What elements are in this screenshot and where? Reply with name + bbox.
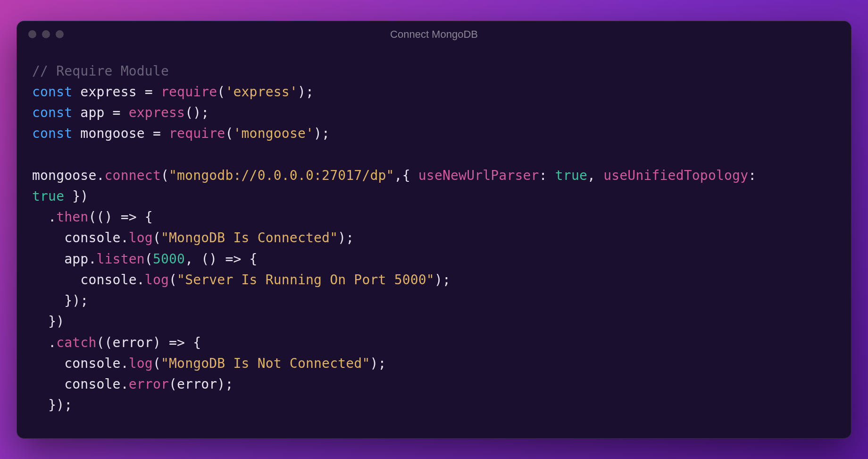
code-punct: .: [48, 335, 56, 350]
code-punct: .: [121, 376, 129, 392]
code-punct: , (): [185, 251, 217, 267]
code-punct: .: [137, 272, 145, 288]
code-punct: {: [145, 209, 153, 225]
code-function: listen: [96, 251, 144, 267]
code-punct: (: [161, 168, 169, 183]
code-function: error: [129, 376, 169, 392]
maximize-icon[interactable]: [56, 30, 64, 38]
window-titlebar: Connect MongoDB: [17, 21, 851, 48]
code-punct: =: [145, 126, 169, 141]
code-identifier: console: [64, 230, 120, 246]
close-icon[interactable]: [28, 30, 36, 38]
code-punct: (: [145, 251, 153, 267]
code-punct: .: [96, 168, 104, 183]
code-punct: );: [338, 230, 354, 246]
code-function: require: [169, 126, 225, 141]
code-keyword: const: [32, 126, 72, 141]
code-punct: ((: [96, 335, 112, 350]
code-punct: (: [225, 126, 233, 141]
code-identifier: mongoose: [32, 168, 96, 183]
code-punct: }): [48, 314, 64, 329]
code-identifier: console: [64, 356, 120, 371]
code-punct: ,{: [394, 168, 418, 183]
code-identifier: error: [177, 376, 217, 392]
code-property: useUnifiedTopology: [603, 168, 748, 183]
code-string: "mongodb://0.0.0.0:27017/dp": [169, 168, 394, 183]
code-function: log: [129, 356, 153, 371]
code-function: catch: [56, 335, 96, 350]
code-identifier: app: [64, 251, 88, 267]
code-identifier: express: [80, 84, 136, 100]
code-punct: :: [748, 168, 764, 183]
code-string: "MongoDB Is Connected": [161, 230, 338, 246]
code-function: express: [129, 105, 185, 120]
code-punct: (: [153, 356, 161, 371]
code-punct: {: [250, 251, 258, 267]
code-editor[interactable]: // Require Module const express = requir…: [17, 48, 851, 438]
code-punct: .: [48, 209, 56, 225]
code-punct: ,: [587, 168, 603, 183]
code-punct: =: [105, 105, 129, 120]
code-property: useNewUrlParser: [418, 168, 539, 183]
code-identifier: console: [80, 272, 136, 288]
code-keyword: const: [32, 84, 72, 100]
code-arrow: =>: [217, 251, 249, 267]
code-function: connect: [105, 168, 161, 183]
code-identifier: error: [113, 335, 153, 350]
code-punct: .: [121, 356, 129, 371]
code-window: Connect MongoDB // Require Module const …: [17, 21, 851, 439]
code-punct: }): [64, 188, 88, 204]
code-function: log: [129, 230, 153, 246]
code-function: log: [145, 272, 169, 288]
code-boolean: true: [32, 188, 64, 204]
code-number: 5000: [153, 251, 185, 267]
code-punct: ();: [185, 105, 209, 120]
code-punct: );: [314, 126, 330, 141]
traffic-lights: [28, 30, 64, 38]
code-punct: .: [88, 251, 96, 267]
code-identifier: app: [80, 105, 104, 120]
code-punct: =: [137, 84, 161, 100]
code-punct: .: [121, 230, 129, 246]
code-string: 'express': [225, 84, 298, 100]
code-string: 'mongoose': [233, 126, 314, 141]
code-string: "Server Is Running On Port 5000": [177, 272, 434, 288]
code-punct: });: [48, 397, 72, 413]
code-punct: (: [153, 230, 161, 246]
code-comment: // Require Module: [32, 63, 169, 79]
code-punct: );: [298, 84, 314, 100]
code-arrow: =>: [113, 209, 145, 225]
code-arrow: =>: [161, 335, 193, 350]
code-function: then: [56, 209, 88, 225]
code-punct: :: [539, 168, 555, 183]
code-boolean: true: [555, 168, 587, 183]
code-punct: (: [169, 272, 177, 288]
code-string: "MongoDB Is Not Connected": [161, 356, 370, 371]
code-punct: });: [64, 293, 88, 308]
code-punct: {: [193, 335, 201, 350]
code-identifier: console: [64, 376, 120, 392]
code-keyword: const: [32, 105, 72, 120]
minimize-icon[interactable]: [42, 30, 50, 38]
code-punct: (: [169, 376, 177, 392]
window-title: Connect MongoDB: [390, 28, 478, 41]
code-punct: ((): [88, 209, 112, 225]
code-punct: );: [434, 272, 451, 288]
code-punct: );: [217, 376, 233, 392]
code-punct: (: [217, 84, 225, 100]
code-function: require: [161, 84, 217, 100]
code-identifier: mongoose: [80, 126, 144, 141]
code-punct: ): [153, 335, 161, 350]
code-punct: );: [370, 356, 386, 371]
